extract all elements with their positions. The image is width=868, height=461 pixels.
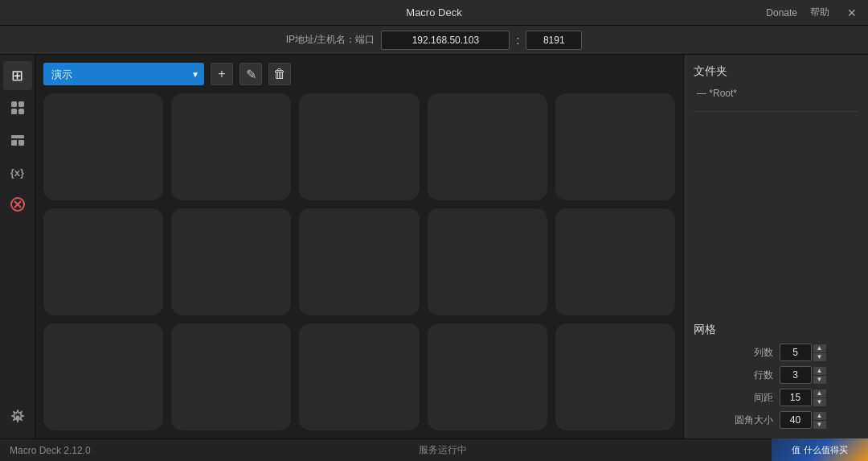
svg-rect-6 <box>18 140 24 146</box>
toolbar-row: IP地址/主机名：端口 : <box>0 26 868 55</box>
grid-section-title: 网格 <box>694 323 858 337</box>
grid-button-7[interactable] <box>171 208 291 315</box>
corner-input-wrap: ▲ ▼ <box>780 411 859 429</box>
sidebar-item-plugin[interactable] <box>3 93 32 122</box>
rows-up-button[interactable]: ▲ <box>813 367 826 375</box>
columns-up-button[interactable]: ▲ <box>813 344 826 352</box>
help-link[interactable]: 帮助 <box>810 6 829 19</box>
grid-button-13[interactable] <box>299 323 419 430</box>
columns-label: 列数 <box>694 346 773 360</box>
ip-input[interactable] <box>381 31 510 50</box>
ip-label: IP地址/主机名：端口 <box>286 33 375 47</box>
grid-button-4[interactable] <box>428 93 547 200</box>
rows-label: 行数 <box>694 368 773 382</box>
deck-controls: 演示 ▼ + ✎ 🗑 <box>43 63 675 85</box>
running-status: 服务运行中 <box>419 443 467 457</box>
grid-button-8[interactable] <box>299 208 419 315</box>
grid-button-12[interactable] <box>171 323 291 430</box>
grid-config-section: 网格 列数 ▲ ▼ 行数 ▲ ▼ <box>694 323 858 429</box>
version-label: Macro Deck 2.12.0 <box>10 445 91 456</box>
donate-link[interactable]: Donate <box>766 7 797 19</box>
spacing-spinner: ▲ ▼ <box>813 389 826 406</box>
delete-deck-button[interactable]: 🗑 <box>268 63 291 85</box>
grid-button-2[interactable] <box>171 93 291 200</box>
svg-rect-2 <box>11 109 17 114</box>
app-title: Macro Deck <box>406 6 461 19</box>
corner-input[interactable] <box>780 411 812 429</box>
spacing-down-button[interactable]: ▼ <box>813 398 826 406</box>
sidebar-item-variable[interactable]: {x} <box>3 158 32 187</box>
rows-down-button[interactable]: ▼ <box>813 376 826 384</box>
watermark-text: 值 什么值得买 <box>792 444 847 456</box>
rows-input-wrap: ▲ ▼ <box>780 366 859 384</box>
grid-button-11[interactable] <box>43 323 163 430</box>
rows-input[interactable] <box>780 366 812 384</box>
port-input[interactable] <box>526 31 582 50</box>
spacing-input[interactable] <box>780 389 812 406</box>
right-panel: 文件夹 — *Root* 网格 列数 ▲ ▼ 行数 <box>683 55 868 438</box>
grid-button-3[interactable] <box>299 93 419 200</box>
sidebar: ⊞ {x} <box>0 55 35 438</box>
watermark: 值 什么值得买 <box>772 438 868 461</box>
spacing-up-button[interactable]: ▲ <box>813 389 826 397</box>
close-button[interactable]: ✕ <box>842 5 862 21</box>
grid-button-9[interactable] <box>428 208 547 315</box>
spacing-label: 间距 <box>694 391 773 405</box>
svg-rect-4 <box>11 135 24 138</box>
grid-config: 列数 ▲ ▼ 行数 ▲ ▼ <box>694 344 858 429</box>
columns-spinner: ▲ ▼ <box>813 344 826 361</box>
columns-input-wrap: ▲ ▼ <box>780 344 859 361</box>
colon-separator: : <box>516 34 519 47</box>
deck-select-wrapper: 演示 ▼ <box>43 63 204 85</box>
sidebar-item-layout[interactable] <box>3 126 32 154</box>
button-grid <box>43 93 675 430</box>
grid-button-15[interactable] <box>555 323 675 430</box>
grid-button-14[interactable] <box>428 323 547 430</box>
folder-section-title: 文件夹 <box>694 64 858 79</box>
content-area: 演示 ▼ + ✎ 🗑 <box>35 55 683 438</box>
rows-spinner: ▲ ▼ <box>813 367 826 384</box>
grid-button-6[interactable] <box>43 208 163 315</box>
sidebar-item-warning[interactable] <box>3 190 32 219</box>
corner-spinner: ▲ ▼ <box>813 412 826 429</box>
svg-rect-0 <box>11 101 17 107</box>
grid-button-5[interactable] <box>555 93 675 200</box>
deck-select[interactable]: 演示 <box>43 63 204 85</box>
columns-down-button[interactable]: ▼ <box>813 353 826 361</box>
panel-divider <box>694 111 858 112</box>
columns-input[interactable] <box>780 344 812 361</box>
add-deck-button[interactable]: + <box>211 63 233 85</box>
svg-rect-3 <box>18 109 24 114</box>
corner-up-button[interactable]: ▲ <box>813 412 826 420</box>
folder-root-item[interactable]: — *Root* <box>694 85 858 101</box>
sidebar-item-grid[interactable]: ⊞ <box>3 61 32 90</box>
title-bar: Macro Deck Donate 帮助 ✕ <box>0 0 868 26</box>
svg-rect-5 <box>11 140 17 146</box>
main-area: ⊞ {x} <box>0 55 868 438</box>
corner-label: 圆角大小 <box>694 414 773 427</box>
edit-deck-button[interactable]: ✎ <box>240 63 262 85</box>
grid-button-10[interactable] <box>555 208 675 315</box>
grid-button-1[interactable] <box>43 93 163 200</box>
sidebar-item-settings[interactable] <box>3 403 32 432</box>
spacing-input-wrap: ▲ ▼ <box>780 389 859 406</box>
corner-down-button[interactable]: ▼ <box>813 421 826 429</box>
svg-rect-1 <box>18 101 24 107</box>
status-bar: Macro Deck 2.12.0 服务运行中 2个设备已连接 <box>0 438 868 461</box>
